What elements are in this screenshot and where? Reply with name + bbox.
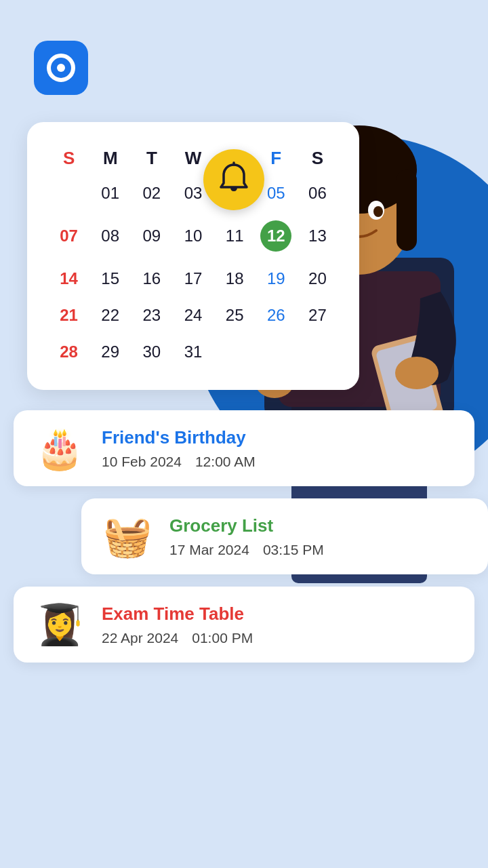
event-card-exam[interactable]: 👩‍🎓Exam Time Table22 Apr 202401:00 PM [14,587,474,663]
calendar-header-t: T [131,142,171,174]
calendar-day-11[interactable]: 11 [215,212,255,260]
events-section: 🎂Friend's Birthday10 Feb 202412:00 AM🧺Gr… [0,410,488,675]
calendar-day-18[interactable]: 18 [215,261,255,296]
event-card-birthday[interactable]: 🎂Friend's Birthday10 Feb 202412:00 AM [14,410,474,486]
event-title-birthday: Friend's Birthday [102,427,455,448]
calendar-card: SMTWTFS 01020304050607080910111213141516… [27,122,359,390]
event-emoji-birthday: 🎂 [33,425,87,471]
app-icon-ring [47,54,75,82]
calendar-week-1: 07080910111213 [49,212,338,260]
calendar-day-25[interactable]: 25 [215,298,255,333]
event-info-grocery: Grocery List17 Mar 202403:15 PM [169,515,469,558]
calendar-day-28[interactable]: 28 [49,334,89,370]
calendar-day-29[interactable]: 29 [90,334,130,370]
calendar-week-3: 21222324252627 [49,298,338,333]
calendar-day-20[interactable]: 20 [298,261,338,296]
calendar-day-21[interactable]: 21 [49,298,89,333]
calendar-day-02[interactable]: 02 [131,176,171,211]
calendar-header-row: SMTWTFS [49,142,338,174]
app-header [0,0,488,108]
calendar-day-26[interactable]: 26 [256,298,296,333]
calendar-day-empty [298,334,338,370]
event-time-birthday: 12:00 AM [195,454,256,470]
calendar-day-14[interactable]: 14 [49,261,89,296]
calendar-day-13[interactable]: 13 [298,212,338,260]
event-info-exam: Exam Time Table22 Apr 202401:00 PM [102,604,455,646]
calendar-week-2: 14151617181920 [49,261,338,296]
svg-point-14 [395,357,439,389]
calendar-day-17[interactable]: 17 [173,261,213,296]
event-meta-birthday: 10 Feb 202412:00 AM [102,454,455,470]
event-date-grocery: 17 Mar 2024 [169,542,249,558]
event-date-exam: 22 Apr 2024 [102,630,178,646]
app-icon [34,41,88,95]
calendar-day-23[interactable]: 23 [131,298,171,333]
calendar-day-22[interactable]: 22 [90,298,130,333]
calendar-day-08[interactable]: 08 [90,212,130,260]
calendar-week-4: 28293031 [49,334,338,370]
calendar-header-m: M [90,142,130,174]
calendar-header-s: S [298,142,338,174]
bell-icon [217,161,251,198]
event-meta-grocery: 17 Mar 202403:15 PM [169,542,469,558]
calendar-day-06[interactable]: 06 [298,176,338,211]
bell-button[interactable] [203,149,264,210]
calendar-day-30[interactable]: 30 [131,334,171,370]
calendar-day-empty [256,334,296,370]
calendar-day-10[interactable]: 10 [173,212,213,260]
calendar-grid: SMTWTFS 01020304050607080910111213141516… [47,141,339,371]
event-time-exam: 01:00 PM [192,630,253,646]
calendar-day-07[interactable]: 07 [49,212,89,260]
event-title-grocery: Grocery List [169,515,469,536]
calendar-header-s: S [49,142,89,174]
calendar-day-16[interactable]: 16 [131,261,171,296]
event-time-grocery: 03:15 PM [263,542,324,558]
event-date-birthday: 10 Feb 2024 [102,454,182,470]
event-meta-exam: 22 Apr 202401:00 PM [102,630,455,646]
event-info-birthday: Friend's Birthday10 Feb 202412:00 AM [102,427,455,470]
calendar-day-01[interactable]: 01 [90,176,130,211]
calendar-day-empty [215,334,255,370]
event-card-grocery[interactable]: 🧺Grocery List17 Mar 202403:15 PM [81,498,488,574]
svg-rect-6 [396,170,417,251]
calendar-week-0: 010203040506 [49,176,338,211]
event-emoji-grocery: 🧺 [100,513,155,559]
app-icon-dot [57,64,65,72]
calendar-day-15[interactable]: 15 [90,261,130,296]
event-title-exam: Exam Time Table [102,604,455,625]
svg-point-10 [373,206,383,217]
event-emoji-exam: 👩‍🎓 [33,601,87,648]
calendar-day-19[interactable]: 19 [256,261,296,296]
calendar-day-27[interactable]: 27 [298,298,338,333]
calendar-day-12[interactable]: 12 [256,212,296,260]
calendar-day-09[interactable]: 09 [131,212,171,260]
calendar-day-empty [49,176,89,211]
calendar-body: 0102030405060708091011121314151617181920… [49,176,338,370]
calendar-day-24[interactable]: 24 [173,298,213,333]
calendar-day-31[interactable]: 31 [173,334,213,370]
